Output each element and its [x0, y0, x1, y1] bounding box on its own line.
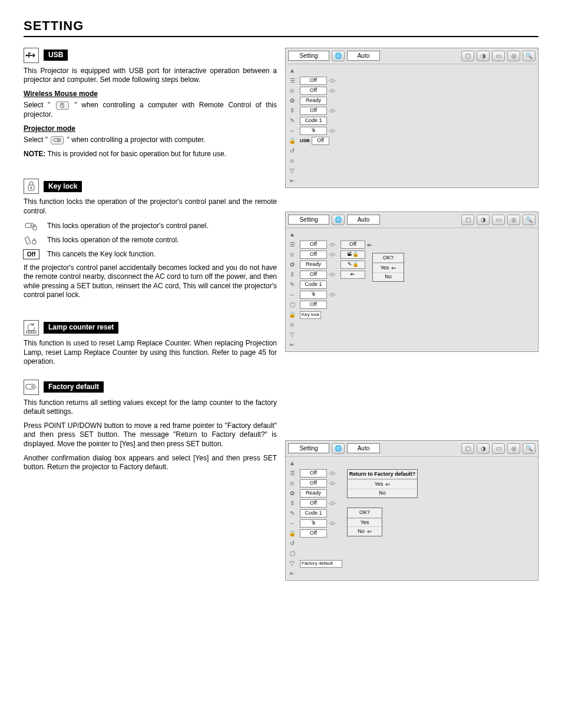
osd-auto: Auto: [347, 215, 380, 225]
osd-val-4: Off: [300, 107, 327, 115]
osd-title: Setting: [288, 51, 329, 61]
projector-mode-icon: [51, 136, 64, 144]
pointer-arrow-icon: ⇐: [367, 528, 372, 535]
top-icon-1: ▢: [461, 215, 474, 225]
svg-point-4: [58, 139, 59, 141]
row-icon-4: ⇕: [287, 107, 297, 115]
mouse-mode-icon: [56, 101, 69, 110]
top-icon-1: ▢: [461, 443, 474, 454]
osd-keylock: Setting 🌐 Auto ▢ ◑ ▭ ◎ 🔍 ▲ ☰⎚ ✿⇕ ✎↔ ▢🔒 ⎚…: [285, 212, 538, 352]
top-icon-3: ▭: [492, 51, 505, 61]
lamp-counter-label: Lamp counter reset: [44, 322, 118, 334]
scroll-down-icon: ▽: [287, 167, 297, 175]
svg-point-9: [31, 225, 32, 226]
projector-mode-text: Select " " when controlling a projector …: [24, 136, 277, 145]
top-icon-3: ▭: [492, 443, 505, 454]
osd-val-7: Off: [312, 137, 329, 145]
globe-icon: 🌐: [332, 443, 345, 454]
panel-lock-text: This locks operation of the projector's …: [47, 222, 209, 231]
factory-default-intro: This function returns all setting values…: [24, 398, 277, 417]
svg-point-0: [26, 54, 28, 56]
top-icon-4: ◎: [507, 443, 520, 454]
osd-factory: Setting 🌐 Auto ▢ ◑ ▭ ◎ 🔍 ▲ ☰⎚ ✿⇕ ✎↔ 🔒↺ ▢…: [285, 440, 538, 581]
usb-tag: USB: [300, 138, 310, 144]
row-icon-6: ↔: [287, 127, 297, 135]
svg-rect-12: [32, 241, 36, 244]
page-title: SETTING: [24, 18, 538, 37]
usb-icon: [24, 48, 39, 63]
top-icon-2: ◑: [477, 443, 490, 454]
ok-dialog: OK? Yes⇐ No: [372, 253, 404, 282]
cancel-text: This cancels the Key lock function.: [47, 250, 156, 259]
osd-val-3: Ready: [300, 97, 327, 105]
lamp-counter-icon: [24, 320, 39, 335]
row-icon-2: ⎚: [287, 87, 297, 95]
top-icon-5: 🔍: [523, 443, 535, 454]
osd-val-1: Off: [300, 77, 327, 85]
svg-point-18: [32, 386, 34, 387]
osd-val-6: 🖱: [300, 127, 327, 135]
factory-default-steps: Press POINT UP/DOWN button to move a red…: [24, 421, 277, 449]
osd-title: Setting: [288, 215, 329, 225]
exit-icon: ⇤: [287, 177, 297, 185]
factory-tag: Factory default: [300, 560, 342, 567]
keylock-intro: This function locks the operation of the…: [24, 197, 277, 216]
osd-val-5: Code 1: [300, 117, 327, 125]
top-icon-5: 🔍: [523, 51, 535, 61]
pointer-arrow-icon: ⇐: [367, 241, 374, 249]
wireless-mouse-mode-heading: Wireless Mouse mode: [24, 90, 277, 99]
row-icon-7: 🔒: [287, 137, 297, 145]
top-icon-3: ▭: [492, 215, 505, 225]
off-icon: Off: [24, 249, 39, 260]
usb-note: NOTE: This is provided not for basic ope…: [24, 150, 277, 159]
keylock-tag: Key lock: [300, 311, 321, 318]
osd-val-2: Off: [300, 87, 327, 95]
top-icon-4: ◎: [507, 215, 520, 225]
lamp-counter-text: This function is used to reset Lamp Repl…: [24, 339, 277, 367]
factory-default-icon: [24, 380, 39, 395]
remote-lock-text: This locks operation of the remote contr…: [47, 236, 178, 245]
osd-auto: Auto: [347, 443, 380, 453]
usb-intro: This Projector is equipped with USB port…: [24, 67, 277, 85]
remote-lock-icon: [24, 235, 39, 246]
top-icon-1: ▢: [461, 51, 474, 61]
factory-default-label: Factory default: [44, 381, 104, 393]
popup-remote-lock: ✎🔒: [340, 261, 365, 269]
row-icon-1: ☰: [287, 77, 297, 85]
top-icon-2: ◑: [477, 51, 490, 61]
popup-exit: ⇤: [340, 271, 365, 279]
factory-question-dialog: Return to Factory default? Yes⇐ No: [347, 469, 418, 498]
row-icon-9: ⎚: [287, 157, 297, 165]
popup-off: Off: [340, 241, 365, 249]
osd-usb: Setting 🌐 Auto ▢ ◑ ▭ ◎ 🔍 ▲ ☰ ⎚ ✿ ⇕ ✎ ↔: [285, 48, 538, 188]
osd-title: Setting: [288, 443, 329, 453]
wireless-mouse-mode-text: Select " " when controlling a computer w…: [24, 101, 277, 119]
pointer-arrow-icon: ⇐: [385, 480, 390, 488]
row-icon-8: ↺: [287, 147, 297, 155]
row-icon-3: ✿: [287, 97, 297, 105]
keylock-label: Key lock: [44, 181, 82, 193]
keylock-recover: If the projector's control panel acciden…: [24, 263, 277, 300]
row-icon-5: ✎: [287, 117, 297, 125]
popup-panel-lock: 📽🔒: [340, 251, 365, 259]
top-icon-4: ◎: [507, 51, 520, 61]
globe-icon: 🌐: [332, 51, 345, 61]
top-icon-5: 🔍: [523, 215, 535, 225]
factory-default-steps2: Another confirmation dialog box appears …: [24, 454, 277, 472]
svg-rect-8: [25, 223, 34, 228]
ok-dialog: OK? Yes No⇐: [347, 508, 382, 536]
svg-rect-11: [25, 236, 31, 244]
pointer-arrow-icon: ⇐: [391, 264, 396, 272]
panel-lock-icon: [24, 221, 39, 232]
projector-mode-heading: Projector mode: [24, 124, 277, 134]
scroll-up-icon: ▲: [287, 67, 297, 75]
osd-auto: Auto: [347, 51, 380, 61]
globe-icon: 🌐: [332, 215, 345, 225]
keylock-icon: [24, 179, 39, 194]
top-icon-2: ◑: [477, 215, 490, 225]
usb-label: USB: [44, 50, 68, 61]
